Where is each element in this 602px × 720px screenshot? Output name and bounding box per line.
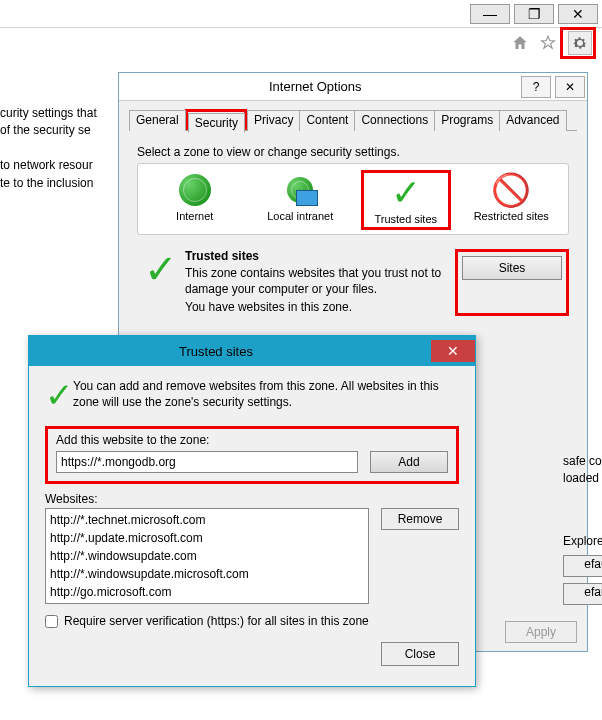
help-button[interactable]: ? bbox=[521, 76, 551, 98]
trusted-sites-titlebar[interactable]: Trusted sites ✕ bbox=[29, 336, 475, 366]
close-button[interactable]: ✕ bbox=[558, 4, 598, 24]
trusted-sites-intro-text: You can add and remove websites from thi… bbox=[73, 378, 459, 410]
add-button[interactable]: Add bbox=[370, 451, 448, 473]
list-item[interactable]: http://*.technet.microsoft.com bbox=[50, 511, 364, 529]
zone-label: Restricted sites bbox=[474, 210, 549, 222]
tab-security[interactable]: Security bbox=[188, 113, 245, 133]
add-website-input[interactable] bbox=[56, 451, 358, 473]
zone-prompt: Select a zone to view or change security… bbox=[137, 145, 569, 159]
internet-options-title: Internet Options bbox=[269, 79, 362, 94]
sites-button[interactable]: Sites bbox=[462, 256, 562, 280]
minimize-button[interactable]: — bbox=[470, 4, 510, 24]
maximize-icon: ❐ bbox=[528, 7, 541, 21]
intranet-icon bbox=[282, 172, 318, 208]
trusted-sites-title: Trusted sites bbox=[179, 344, 253, 359]
maximize-button[interactable]: ❐ bbox=[514, 4, 554, 24]
tab-programs[interactable]: Programs bbox=[434, 110, 500, 131]
window-titlebar: — ❐ ✕ bbox=[0, 0, 602, 28]
zone-label: Trusted sites bbox=[374, 213, 437, 225]
custom-level-button[interactable]: efault level bbox=[563, 555, 602, 577]
partial-text: safe content loaded Explorer) efault lev… bbox=[563, 453, 602, 605]
zone-label: Internet bbox=[176, 210, 213, 222]
add-website-label: Add this website to the zone: bbox=[56, 433, 209, 447]
close-icon: ✕ bbox=[565, 80, 575, 94]
zone-list: Internet Local intranet ✓ Trusted sites … bbox=[137, 163, 569, 235]
zone-local-intranet[interactable]: Local intranet bbox=[255, 170, 345, 230]
zone-label: Local intranet bbox=[267, 210, 333, 222]
partial-line: safe content bbox=[563, 453, 602, 470]
star-icon[interactable] bbox=[536, 31, 560, 55]
require-https-label: Require server verification (https:) for… bbox=[64, 614, 369, 628]
check-icon: ✓ bbox=[45, 378, 73, 412]
require-https-checkbox[interactable] bbox=[45, 615, 58, 628]
tab-connections[interactable]: Connections bbox=[354, 110, 435, 131]
zone-trusted-sites[interactable]: ✓ Trusted sites bbox=[361, 170, 451, 230]
partial-line: loaded bbox=[563, 470, 602, 487]
check-icon: ✓ bbox=[388, 175, 424, 211]
websites-listbox[interactable]: http://*.technet.microsoft.com http://*.… bbox=[45, 508, 369, 604]
tab-advanced[interactable]: Advanced bbox=[499, 110, 566, 131]
tab-general[interactable]: General bbox=[129, 110, 186, 131]
security-pane: Select a zone to view or change security… bbox=[119, 131, 587, 330]
trusted-sites-intro: ✓ You can add and remove websites from t… bbox=[45, 378, 459, 412]
close-icon: ✕ bbox=[447, 343, 459, 359]
browser-toolbar bbox=[0, 28, 602, 58]
home-icon[interactable] bbox=[508, 31, 532, 55]
list-item[interactable]: http://*.windowsupdate.microsoft.com bbox=[50, 565, 364, 583]
apply-button[interactable]: Apply bbox=[505, 621, 577, 643]
restricted-icon: 🚫 bbox=[493, 172, 529, 208]
trusted-sites-close-button[interactable]: ✕ bbox=[431, 340, 475, 362]
default-level-button[interactable]: efault level bbox=[563, 583, 602, 605]
remove-button[interactable]: Remove bbox=[381, 508, 459, 530]
check-icon: ✓ bbox=[137, 249, 185, 316]
list-item[interactable]: http://go.microsoft.com bbox=[50, 583, 364, 601]
dialog-close-button[interactable]: ✕ bbox=[555, 76, 585, 98]
tab-row: General Security Privacy Content Connect… bbox=[129, 109, 577, 131]
tab-privacy[interactable]: Privacy bbox=[247, 110, 300, 131]
globe-icon bbox=[177, 172, 213, 208]
gear-icon[interactable] bbox=[568, 31, 592, 55]
list-item[interactable]: http://*.windowsupdate.com bbox=[50, 547, 364, 565]
list-item[interactable]: http://*.update.microsoft.com bbox=[50, 529, 364, 547]
background-text: curity settings that of the security se … bbox=[0, 105, 120, 192]
tab-content[interactable]: Content bbox=[299, 110, 355, 131]
trusted-desc1: This zone contains websites that you tru… bbox=[185, 265, 455, 297]
help-icon: ? bbox=[533, 80, 540, 94]
close-icon: ✕ bbox=[572, 7, 584, 21]
add-website-highlight: Add this website to the zone: Add bbox=[45, 426, 459, 484]
partial-line: Explorer) bbox=[563, 533, 602, 550]
zone-internet[interactable]: Internet bbox=[150, 170, 240, 230]
trusted-sites-dialog: Trusted sites ✕ ✓ You can add and remove… bbox=[28, 335, 476, 687]
security-tab-highlight: Security bbox=[185, 109, 247, 130]
trusted-description: ✓ Trusted sites This zone contains websi… bbox=[137, 249, 569, 316]
dialog-footer: Apply bbox=[505, 621, 577, 643]
zone-restricted-sites[interactable]: 🚫 Restricted sites bbox=[466, 170, 556, 230]
close-button[interactable]: Close bbox=[381, 642, 459, 666]
sites-button-highlight: Sites bbox=[455, 249, 569, 316]
trusted-heading: Trusted sites bbox=[185, 249, 455, 263]
websites-label: Websites: bbox=[45, 492, 459, 506]
trusted-desc2: You have websites in this zone. bbox=[185, 299, 455, 315]
gear-highlight bbox=[560, 27, 596, 59]
minimize-icon: — bbox=[483, 7, 497, 21]
internet-options-titlebar[interactable]: Internet Options ? ✕ bbox=[119, 73, 587, 101]
